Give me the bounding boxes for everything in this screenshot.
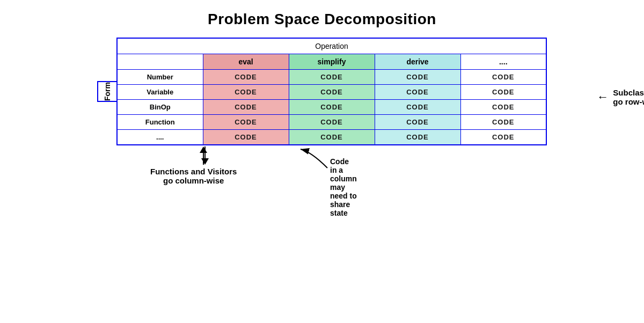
cell-4-3: CODE [460,130,546,145]
cell-0-2: CODE [375,70,460,85]
table-row: NumberCODECODECODECODE [117,70,546,85]
table-row: BinOpCODECODECODECODE [117,100,546,115]
row-label-2: BinOp [117,100,203,115]
subheader-blank [117,54,203,70]
cell-3-1: CODE [289,115,375,130]
cell-0-1: CODE [289,70,375,85]
cell-3-0: CODE [203,115,289,130]
table-row: ....CODECODECODECODE [117,130,546,145]
cell-3-3: CODE [460,115,546,130]
cell-2-2: CODE [375,100,460,115]
column-line1: Code in a column [330,157,357,183]
diagram-area: Form Operation eval si [0,38,644,205]
form-label: Form [103,82,112,101]
subclasses-label: ← Subclasses go row-wise [597,88,644,106]
arrow-left-icon: ← [597,90,609,104]
page-title: Problem Space Decomposition [208,11,436,28]
row-label-1: Variable [117,85,203,100]
annotations-area: Functions and Visitors go column-wise Co… [97,146,547,205]
main-table: Operation eval simplify derive [116,38,547,145]
subheader-eval: eval [203,54,289,70]
cell-1-0: CODE [203,85,289,100]
cell-2-0: CODE [203,100,289,115]
table-row: VariableCODECODECODECODE [117,85,546,100]
cell-2-1: CODE [289,100,375,115]
page-container: Problem Space Decomposition Form Operati… [0,0,644,323]
form-label-container: Form [97,81,116,102]
column-line2: may need to share state [330,183,357,217]
subclasses-text-line1: Subclasses [613,88,644,97]
operation-header: Operation [117,38,546,54]
cell-2-3: CODE [460,100,546,115]
row-label-3: Function [117,115,203,130]
table-row: FunctionCODECODECODECODE [117,115,546,130]
row-label-4: .... [117,130,203,145]
cell-4-2: CODE [375,130,460,145]
eval-arrow-container [200,146,207,165]
row-label-0: Number [117,70,203,85]
functions-line2: go column-wise [150,176,237,185]
cell-4-0: CODE [203,130,289,145]
subheader-derive: derive [375,54,460,70]
arrow-stem [203,153,204,165]
cell-0-3: CODE [460,70,546,85]
cell-1-3: CODE [460,85,546,100]
functions-line1: Functions and Visitors [150,167,237,176]
functions-text: Functions and Visitors go column-wise [150,167,237,185]
cell-1-2: CODE [375,85,460,100]
cell-1-1: CODE [289,85,375,100]
cell-4-1: CODE [289,130,375,145]
cell-0-0: CODE [203,70,289,85]
arrow-up-icon [200,146,207,153]
cell-3-2: CODE [375,115,460,130]
subclasses-text-line2: go row-wise [613,97,644,106]
column-annotation: Code in a column may need to share state [295,146,338,175]
subheader-simplify: simplify [289,54,375,70]
column-text: Code in a column may need to share state [330,157,357,217]
subheader-dots: .... [460,54,546,70]
